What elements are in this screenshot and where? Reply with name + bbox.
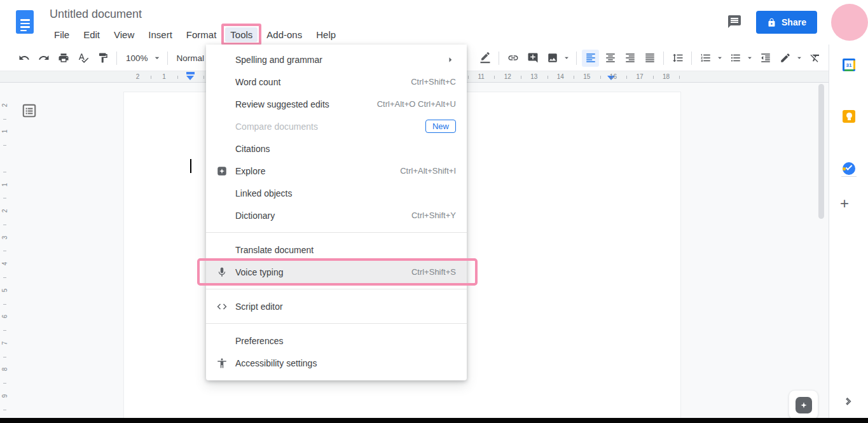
hide-side-panel-icon[interactable] xyxy=(842,394,856,408)
toolbar-divider xyxy=(576,52,577,65)
app-header: Untitled document FileEditViewInsertForm… xyxy=(0,0,868,45)
menu-tab-label: File xyxy=(54,29,69,40)
ruler-number: 3 xyxy=(1,233,8,242)
ruler-tick xyxy=(521,76,521,79)
menu-item-label: Spelling and grammar xyxy=(235,55,432,65)
bulleted-list-dropdown[interactable] xyxy=(745,50,754,67)
ruler-number: 9 xyxy=(1,391,8,400)
menu-item-preferences[interactable]: Preferences xyxy=(206,329,467,352)
spellcheck-button[interactable] xyxy=(74,50,92,67)
menu-item-accessibility-settings[interactable]: Accessibility settings xyxy=(206,352,467,374)
ruler-tick xyxy=(679,76,680,79)
explore-badge-icon xyxy=(796,397,812,413)
editing-pen-button[interactable] xyxy=(776,50,794,67)
undo-icon xyxy=(18,52,30,64)
menu-tab-file[interactable]: File xyxy=(49,27,74,42)
menu-tab-label: Edit xyxy=(83,29,100,40)
menu-item-review-suggested-edits[interactable]: Review suggested edits Ctrl+Alt+O Ctrl+A… xyxy=(206,93,467,115)
align-justify-button[interactable] xyxy=(641,50,658,67)
menu-tab-format[interactable]: Format xyxy=(181,27,222,42)
toolbar-right-group xyxy=(475,45,844,71)
menu-tab-tools[interactable]: Tools xyxy=(225,27,258,42)
ruler-number: 4 xyxy=(1,260,8,268)
insert-link-button[interactable] xyxy=(504,50,521,67)
new-badge: New xyxy=(425,120,456,133)
zoom-select[interactable]: 100% xyxy=(121,50,163,67)
print-button[interactable] xyxy=(55,50,72,67)
share-button[interactable]: Share xyxy=(756,11,817,34)
paint-format-button[interactable] xyxy=(94,50,111,67)
insert-link-icon xyxy=(507,52,519,64)
ruler-tick xyxy=(3,304,6,305)
menu-item-dictionary[interactable]: Dictionary Ctrl+Shift+Y xyxy=(206,204,467,226)
menu-item-script-editor[interactable]: Script editor xyxy=(206,295,467,317)
ruler-number: 14 xyxy=(557,73,564,80)
toolbar-left-group: 100%Normal xyxy=(14,45,205,71)
ruler-number: 15 xyxy=(583,73,590,80)
menu-item-label: Dictionary xyxy=(235,211,399,221)
ruler-number: 2 xyxy=(1,207,8,216)
line-spacing-button[interactable] xyxy=(669,50,686,67)
ruler-tick xyxy=(177,76,178,79)
redo-button[interactable] xyxy=(35,50,52,67)
left-indent-marker[interactable] xyxy=(186,72,195,80)
menu-item-shortcut: Ctrl+Shift+S xyxy=(411,267,456,277)
side-panel: 31 + xyxy=(829,45,868,419)
numbered-list-button[interactable] xyxy=(697,50,714,67)
decrease-indent-button[interactable] xyxy=(757,50,774,67)
menu-item-spelling-and-grammar[interactable]: Spelling and grammar xyxy=(206,48,467,71)
menu-item-word-count[interactable]: Word count Ctrl+Shift+C xyxy=(206,71,467,93)
menu-item-label: Translate document xyxy=(235,245,456,255)
explore-button[interactable] xyxy=(789,390,818,420)
menu-divider xyxy=(206,289,467,289)
align-right-button[interactable] xyxy=(621,50,638,67)
editing-pen-dropdown[interactable] xyxy=(795,50,804,67)
account-avatar[interactable] xyxy=(831,4,868,41)
add-comment-button[interactable] xyxy=(524,50,541,67)
styles-select[interactable]: Normal xyxy=(172,50,206,67)
menu-item-compare-documents[interactable]: Compare documents New xyxy=(206,115,467,137)
menu-item-voice-typing[interactable]: Voice typing Ctrl+Shift+S xyxy=(206,261,467,283)
menu-item-explore[interactable]: Explore Ctrl+Alt+Shift+I xyxy=(206,160,467,182)
menu-item-label: Explore xyxy=(235,166,387,176)
google-keep-icon[interactable] xyxy=(843,110,855,123)
google-docs-logo-icon[interactable] xyxy=(16,10,34,34)
menu-tab-help[interactable]: Help xyxy=(311,27,341,42)
ruler-number: 2 xyxy=(136,73,140,80)
document-title[interactable]: Untitled document xyxy=(50,8,142,21)
menu-tab-add-ons[interactable]: Add-ons xyxy=(261,27,307,42)
menu-item-icon xyxy=(216,357,228,369)
menu-tab-edit[interactable]: Edit xyxy=(78,27,105,42)
highlighter-button[interactable] xyxy=(476,50,493,67)
text-cursor xyxy=(190,159,191,173)
numbered-list-dropdown[interactable] xyxy=(715,50,724,67)
document-outline-icon[interactable] xyxy=(21,102,38,119)
align-left-button[interactable] xyxy=(582,50,599,67)
menu-item-icon xyxy=(216,301,228,312)
align-justify-icon xyxy=(644,52,656,64)
paint-format-icon xyxy=(97,52,109,64)
menu-tab-view[interactable]: View xyxy=(109,27,139,42)
ruler-tick xyxy=(3,383,6,384)
menu-item-icon xyxy=(216,244,228,256)
google-calendar-icon[interactable]: 31 xyxy=(843,59,855,71)
menu-item-translate-document[interactable]: Translate document xyxy=(206,239,467,261)
insert-image-button[interactable] xyxy=(544,50,561,67)
ruler-number: 1 xyxy=(1,180,8,189)
clear-formatting-button[interactable] xyxy=(806,50,823,67)
align-center-button[interactable] xyxy=(602,50,619,67)
menu-item-icon xyxy=(216,165,228,177)
open-comments-icon[interactable] xyxy=(727,14,742,29)
explore-icon xyxy=(216,165,228,177)
menu-item-linked-objects[interactable]: Linked objects xyxy=(206,182,467,204)
insert-image-dropdown[interactable] xyxy=(562,50,571,67)
undo-button[interactable] xyxy=(15,50,32,67)
vertical-scrollbar[interactable] xyxy=(818,84,824,219)
menu-tab-insert[interactable]: Insert xyxy=(143,27,177,42)
google-tasks-icon[interactable] xyxy=(843,162,855,175)
menu-item-label: Voice typing xyxy=(235,267,399,277)
menu-item-citations[interactable]: Citations xyxy=(206,137,467,160)
get-add-ons-icon[interactable]: + xyxy=(840,197,849,210)
menu-item-label: Word count xyxy=(235,77,398,87)
bulleted-list-button[interactable] xyxy=(727,50,744,67)
